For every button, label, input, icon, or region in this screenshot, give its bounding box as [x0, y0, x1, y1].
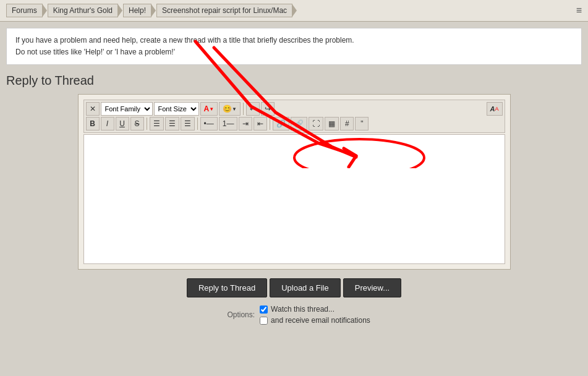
- font-size-select[interactable]: Font Size: [154, 102, 199, 116]
- align-right-icon: ☰: [184, 119, 191, 128]
- email-notification-option: and receive email notifications: [260, 316, 370, 325]
- toolbar-row1: ✕ Font Family Font Size A ▼ 😊 ▼: [86, 102, 503, 116]
- align-left-button[interactable]: ☰: [150, 117, 164, 130]
- toolbar-row2: B I U S ☰ ☰ ☰: [86, 117, 503, 130]
- font-family-select[interactable]: Font Family: [101, 102, 153, 116]
- italic-button[interactable]: I: [101, 117, 114, 130]
- toolbar-sep2: [147, 118, 147, 130]
- unlink-icon: 🔗: [294, 119, 304, 128]
- table-button[interactable]: ▦: [325, 117, 339, 130]
- options-label: Options:: [218, 310, 255, 319]
- undo-icon: ↩: [250, 105, 256, 113]
- options-section: Options: Watch this thread... and receiv…: [0, 305, 588, 325]
- strikethrough-button[interactable]: S: [130, 117, 144, 130]
- editor-area[interactable]: [83, 134, 505, 264]
- resize-icon: A: [490, 105, 495, 113]
- breadcrumb: Forums King Arthur's Gold Help! Screensh…: [0, 0, 588, 22]
- list-unordered-button[interactable]: •—: [200, 117, 218, 130]
- align-right-button[interactable]: ☰: [181, 117, 195, 130]
- image-icon: ⛶: [312, 119, 320, 128]
- breadcrumb-item-game[interactable]: King Arthur's Gold: [48, 4, 118, 17]
- indent-in-icon: ⇥: [242, 119, 249, 128]
- quote-button[interactable]: ": [355, 117, 369, 130]
- strikethrough-icon: S: [134, 119, 139, 128]
- list-ordered-button[interactable]: 1—: [219, 117, 238, 130]
- editor-wrapper: ✕ Font Family Font Size A ▼ 😊 ▼: [78, 94, 511, 270]
- image-button[interactable]: ⛶: [309, 117, 323, 130]
- redo-button[interactable]: ↪: [261, 102, 275, 116]
- align-center-button[interactable]: ☰: [165, 117, 179, 130]
- indent-in-button[interactable]: ⇥: [239, 117, 252, 130]
- toolbar-sep3: [197, 118, 198, 130]
- breadcrumb-item-help[interactable]: Help!: [123, 4, 151, 17]
- resize-a-icon: A: [495, 106, 498, 112]
- breadcrumb-item-thread[interactable]: Screenshot repair script for Linux/Mac: [156, 4, 292, 17]
- preview-button[interactable]: Preview...: [343, 278, 401, 297]
- toolbar-sep1: [243, 103, 244, 115]
- action-buttons: Reply to Thread Upload a File Preview...: [0, 278, 588, 297]
- table-icon: ▦: [328, 119, 335, 128]
- watch-thread-label: Watch this thread...: [271, 305, 334, 314]
- info-line2: Do not use titles like 'Help!' or 'I hav…: [15, 46, 573, 58]
- redo-icon: ↪: [265, 105, 271, 113]
- upload-button[interactable]: Upload a File: [270, 278, 341, 297]
- toolbar: ✕ Font Family Font Size A ▼ 😊 ▼: [83, 100, 505, 133]
- emoji-button[interactable]: 😊 ▼: [219, 102, 241, 116]
- page-title: Reply to Thread: [6, 74, 582, 88]
- indent-out-button[interactable]: ⇤: [254, 117, 267, 130]
- email-notification-label: and receive email notifications: [271, 316, 370, 325]
- font-color-button[interactable]: A ▼: [200, 102, 218, 116]
- breadcrumb-item-forums[interactable]: Forums: [6, 4, 43, 17]
- emoji-icon: 😊: [223, 105, 232, 113]
- eraser-icon: ✕: [90, 105, 96, 113]
- undo-button[interactable]: ↩: [246, 102, 260, 116]
- font-color-icon: A: [204, 105, 210, 113]
- clear-formatting-button[interactable]: ✕: [86, 102, 100, 116]
- align-left-icon: ☰: [153, 119, 160, 128]
- watch-thread-checkbox[interactable]: [260, 306, 268, 314]
- info-box: If you have a problem and need help, cre…: [6, 28, 582, 65]
- underline-icon: U: [119, 119, 125, 128]
- breadcrumb-menu-icon[interactable]: ≡: [576, 5, 582, 16]
- unlink-button[interactable]: 🔗: [291, 117, 307, 130]
- link-icon: 🔗: [276, 119, 286, 128]
- list-ul-icon: •—: [204, 119, 214, 128]
- annotation-layer: ✕ Font Family Font Size A ▼ 😊 ▼: [78, 94, 511, 270]
- code-button[interactable]: #: [340, 117, 354, 130]
- quote-icon: ": [360, 119, 363, 128]
- italic-icon: I: [106, 119, 108, 128]
- options-checkboxes: Watch this thread... and receive email n…: [260, 305, 370, 325]
- link-button[interactable]: 🔗: [273, 117, 289, 130]
- email-notification-checkbox[interactable]: [260, 317, 268, 325]
- info-line1: If you have a problem and need help, cre…: [15, 35, 573, 46]
- reply-button[interactable]: Reply to Thread: [187, 278, 267, 297]
- watch-thread-option: Watch this thread...: [260, 305, 370, 314]
- align-center-icon: ☰: [169, 119, 176, 128]
- list-ol-icon: 1—: [223, 119, 234, 128]
- bold-icon: B: [90, 119, 95, 128]
- code-icon: #: [345, 119, 349, 128]
- underline-button[interactable]: U: [116, 117, 129, 130]
- toolbar-sep4: [270, 118, 270, 130]
- indent-out-icon: ⇤: [257, 119, 263, 128]
- resize-button[interactable]: A A: [487, 102, 503, 116]
- bold-button[interactable]: B: [86, 117, 100, 130]
